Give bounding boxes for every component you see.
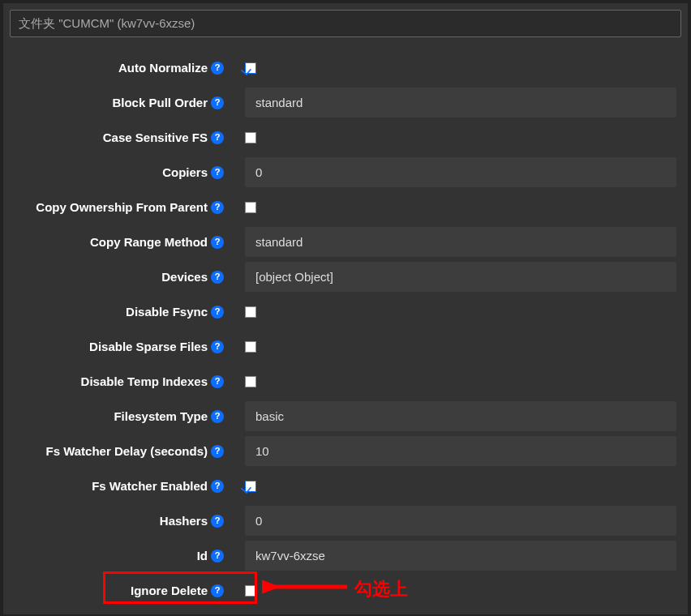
control-cell (230, 62, 676, 74)
control-cell (230, 541, 676, 571)
checkbox-disable-fsync[interactable] (245, 306, 256, 318)
row-hashers: Hashers ? (15, 503, 676, 538)
input-devices[interactable] (245, 262, 676, 292)
settings-panel: Auto Normalize ? Block Pull Order ? Case… (3, 3, 688, 614)
control-cell (230, 227, 676, 257)
help-icon[interactable]: ? (211, 201, 224, 214)
checkbox-fs-watcher-enabled[interactable] (245, 481, 256, 492)
row-disable-temp-indexes: Disable Temp Indexes ? (15, 364, 676, 399)
help-icon[interactable]: ? (211, 236, 224, 249)
folder-title-wrap (10, 10, 681, 37)
label-disable-sparse-files: Disable Sparse Files (89, 340, 208, 353)
help-icon[interactable]: ? (211, 375, 224, 388)
input-copy-range-method[interactable] (245, 227, 676, 257)
label-cell: Fs Watcher Delay (seconds) ? (15, 444, 230, 458)
checkbox-auto-normalize[interactable] (245, 62, 256, 74)
label-block-pull-order: Block Pull Order (112, 96, 208, 109)
control-cell (230, 585, 676, 597)
checkbox-ignore-delete[interactable] (245, 585, 256, 597)
checkbox-copy-ownership[interactable] (245, 202, 256, 213)
help-icon[interactable]: ? (211, 306, 224, 319)
input-hashers[interactable] (245, 506, 676, 536)
checkbox-disable-sparse-files[interactable] (245, 341, 256, 353)
help-icon[interactable]: ? (211, 584, 224, 597)
label-cell: Auto Normalize ? (15, 61, 230, 75)
control-cell (230, 202, 676, 213)
label-cell: Hashers ? (15, 514, 230, 528)
help-icon[interactable]: ? (211, 62, 224, 75)
label-cell: Copy Ownership From Parent ? (15, 200, 230, 214)
label-fs-watcher-delay: Fs Watcher Delay (seconds) (45, 444, 208, 458)
control-cell (230, 132, 676, 143)
label-cell: Copiers ? (15, 165, 230, 179)
label-disable-temp-indexes: Disable Temp Indexes (81, 374, 208, 388)
help-icon[interactable]: ? (211, 340, 224, 353)
input-id[interactable] (245, 541, 676, 571)
row-case-sensitive-fs: Case Sensitive FS ? (15, 120, 676, 155)
label-auto-normalize: Auto Normalize (118, 61, 208, 75)
label-cell: Copy Range Method ? (15, 235, 230, 249)
control-cell (230, 88, 676, 118)
checkbox-disable-temp-indexes[interactable] (245, 376, 256, 387)
label-copy-ownership: Copy Ownership From Parent (36, 200, 208, 214)
checkbox-case-sensitive-fs[interactable] (245, 132, 256, 143)
label-copiers: Copiers (162, 165, 208, 179)
row-block-pull-order: Block Pull Order ? (15, 85, 676, 120)
form-rows: Auto Normalize ? Block Pull Order ? Case… (6, 47, 685, 611)
help-icon[interactable]: ? (211, 480, 224, 493)
row-copy-ownership: Copy Ownership From Parent ? (15, 190, 676, 225)
help-icon[interactable]: ? (211, 271, 224, 284)
label-cell: Devices ? (15, 270, 230, 284)
input-filesystem-type[interactable] (245, 401, 676, 431)
label-cell: Case Sensitive FS ? (15, 130, 230, 144)
label-cell: Ignore Delete ? (15, 584, 230, 597)
control-cell (230, 306, 676, 318)
label-id: Id (197, 549, 208, 563)
label-cell: Filesystem Type ? (15, 409, 230, 423)
control-cell (230, 262, 676, 292)
row-devices: Devices ? (15, 259, 676, 294)
label-cell: Disable Sparse Files ? (15, 340, 230, 353)
input-fs-watcher-delay[interactable] (245, 436, 676, 466)
row-copy-range-method: Copy Range Method ? (15, 225, 676, 259)
row-id: Id ? (15, 538, 676, 573)
control-cell (230, 341, 676, 353)
help-icon[interactable]: ? (211, 515, 224, 528)
label-hashers: Hashers (160, 514, 208, 528)
label-fs-watcher-enabled: Fs Watcher Enabled (92, 479, 208, 493)
control-cell (230, 157, 676, 187)
label-case-sensitive-fs: Case Sensitive FS (103, 130, 208, 144)
folder-title-input[interactable] (19, 17, 672, 31)
label-copy-range-method: Copy Range Method (90, 235, 208, 249)
label-cell: Disable Fsync ? (15, 305, 230, 319)
label-cell: Id ? (15, 549, 230, 563)
control-cell (230, 401, 676, 431)
help-icon[interactable]: ? (211, 131, 224, 144)
label-filesystem-type: Filesystem Type (114, 409, 208, 423)
row-ignore-delete: Ignore Delete ? (15, 573, 676, 608)
label-cell: Disable Temp Indexes ? (15, 374, 230, 388)
help-icon[interactable]: ? (211, 550, 224, 563)
control-cell (230, 481, 676, 492)
input-copiers[interactable] (245, 157, 676, 187)
row-fs-watcher-enabled: Fs Watcher Enabled ? (15, 468, 676, 503)
help-icon[interactable]: ? (211, 166, 224, 179)
label-ignore-delete: Ignore Delete (131, 584, 208, 597)
label-devices: Devices (161, 270, 208, 284)
label-disable-fsync: Disable Fsync (126, 305, 208, 319)
row-fs-watcher-delay: Fs Watcher Delay (seconds) ? (15, 434, 676, 468)
row-copiers: Copiers ? (15, 155, 676, 190)
control-cell (230, 376, 676, 387)
row-filesystem-type: Filesystem Type ? (15, 399, 676, 434)
help-icon[interactable]: ? (211, 96, 224, 109)
row-disable-fsync: Disable Fsync ? (15, 294, 676, 329)
row-auto-normalize: Auto Normalize ? (15, 50, 676, 85)
label-cell: Fs Watcher Enabled ? (15, 479, 230, 493)
label-cell: Block Pull Order ? (15, 96, 230, 109)
help-icon[interactable]: ? (211, 445, 224, 458)
input-block-pull-order[interactable] (245, 88, 676, 118)
control-cell (230, 506, 676, 536)
row-disable-sparse-files: Disable Sparse Files ? (15, 329, 676, 364)
help-icon[interactable]: ? (211, 410, 224, 423)
control-cell (230, 436, 676, 466)
